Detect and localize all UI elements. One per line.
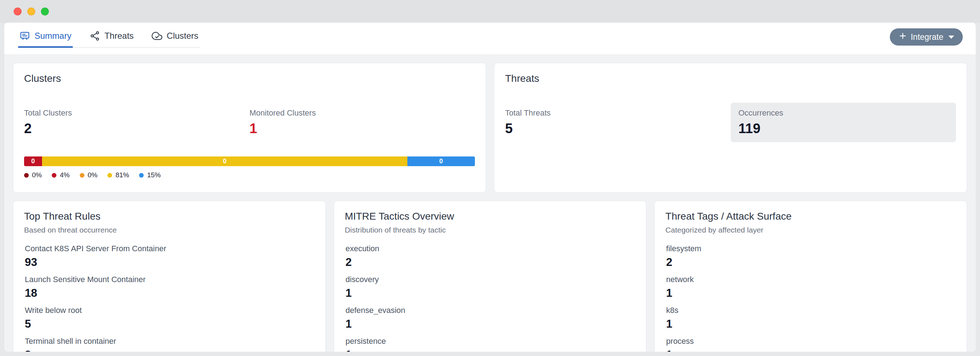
legend-label: 81% (115, 171, 129, 179)
list-item-value: 2 (345, 256, 635, 269)
summary-icon (19, 30, 30, 41)
card-title: Clusters (24, 73, 475, 85)
list-item-label: network (666, 275, 955, 284)
card-subtitle: Distribution of threats by tactic (345, 225, 635, 235)
cluster-severity-legend: 0%4%0%81%15% (24, 171, 475, 179)
card-title: Top Threat Rules (24, 210, 315, 223)
list-item-value: 1 (345, 348, 635, 352)
list-item-label: execution (345, 244, 635, 253)
tabs-group: Summary Threats (18, 28, 200, 48)
list-item-label: filesystem (666, 244, 955, 253)
legend-item: 0% (24, 171, 42, 179)
threats-card: Threats Total Threats 5 Occurrences 119 (494, 63, 967, 193)
dashboard-main: Clusters Total Clusters 2 Monitored Clus… (4, 54, 976, 352)
total-threats-stat: Total Threats 5 (505, 103, 731, 136)
plus-icon (899, 32, 907, 42)
stat-value: 5 (505, 120, 731, 136)
card-subtitle: Categorized by affected layer (665, 225, 956, 235)
cluster-severity-bar: 000 (24, 157, 475, 166)
legend-item: 4% (52, 171, 69, 179)
tab-threats[interactable]: Threats (88, 28, 135, 47)
window-titlebar (0, 0, 980, 23)
clusters-icon (151, 30, 162, 41)
list-item-value: 3 (25, 348, 314, 352)
mitre-tactics-card: MITRE Tactics Overview Distribution of t… (334, 201, 647, 352)
list-item-label: Contact K8S API Server From Container (25, 244, 314, 253)
chevron-down-icon (948, 36, 954, 39)
tab-label: Summary (35, 31, 72, 41)
minimize-button[interactable] (27, 8, 35, 16)
legend-dot (24, 173, 29, 178)
list-item: execution 2 (345, 241, 635, 272)
list-item-label: Terminal shell in container (25, 337, 314, 346)
list-item: Write below root 5 (24, 303, 315, 334)
threat-tags-card: Threat Tags / Attack Surface Categorized… (654, 201, 967, 352)
card-title: Threat Tags / Attack Surface (665, 210, 956, 223)
list-item-label: process (666, 337, 955, 346)
legend-label: 0% (32, 171, 42, 179)
list-item-label: discovery (345, 275, 635, 284)
legend-item: 81% (107, 171, 129, 179)
clusters-card: Clusters Total Clusters 2 Monitored Clus… (13, 63, 486, 193)
legend-dot (52, 173, 56, 178)
legend-dot (107, 173, 112, 178)
stat-label: Monitored Clusters (250, 108, 475, 118)
list-item-label: Write below root (25, 306, 314, 315)
app-window: Summary Threats (0, 0, 980, 352)
bar-segment: 0 (407, 157, 475, 166)
legend-label: 4% (60, 171, 69, 179)
card-subtitle: Based on threat occurrence (24, 225, 315, 235)
stat-value: 1 (250, 120, 475, 136)
list-item-value: 1 (666, 348, 955, 352)
list-item: Contact K8S API Server From Container 93 (24, 241, 315, 272)
monitored-clusters-stat: Monitored Clusters 1 (250, 103, 475, 136)
list-item-label: k8s (666, 306, 955, 315)
list-item: persistence 1 (345, 334, 635, 352)
close-button[interactable] (14, 8, 22, 16)
legend-label: 0% (88, 171, 97, 179)
tab-clusters[interactable]: Clusters (150, 28, 200, 47)
list-item: Terminal shell in container 3 (24, 334, 315, 352)
list-item: network 1 (665, 272, 956, 303)
integrate-button-label: Integrate (911, 32, 943, 42)
list-item: defense_evasion 1 (345, 303, 635, 334)
tab-label: Threats (105, 31, 134, 41)
list-item-value: 1 (345, 286, 635, 300)
occurrences-stat: Occurrences 119 (731, 103, 956, 142)
list-item-value: 5 (25, 317, 314, 331)
stat-label: Total Clusters (24, 108, 250, 118)
list-item-label: Launch Sensitive Mount Container (25, 275, 314, 284)
card-title: MITRE Tactics Overview (345, 210, 635, 223)
stat-value: 2 (24, 120, 250, 136)
list-item: process 1 (665, 334, 956, 352)
bar-segment: 0 (24, 157, 42, 166)
legend-item: 15% (139, 171, 161, 179)
window-content: Summary Threats (4, 23, 976, 352)
card-title: Threats (505, 73, 956, 85)
legend-dot (139, 173, 144, 178)
list-item: Launch Sensitive Mount Container 18 (24, 272, 315, 303)
tab-label: Clusters (167, 31, 198, 41)
integrate-button[interactable]: Integrate (890, 28, 963, 46)
list-item: k8s 1 (665, 303, 956, 334)
top-threat-rules-card: Top Threat Rules Based on threat occurre… (13, 201, 326, 352)
list-item-label: defense_evasion (345, 306, 635, 315)
legend-label: 15% (147, 171, 161, 179)
list-item-value: 1 (345, 317, 635, 331)
threats-icon (89, 30, 100, 41)
list-item-value: 2 (666, 256, 955, 269)
list-item-value: 93 (25, 256, 314, 269)
list-item-value: 18 (25, 286, 314, 300)
legend-item: 0% (80, 171, 97, 179)
total-clusters-stat: Total Clusters 2 (24, 103, 250, 136)
legend-dot (80, 173, 84, 178)
list-item-label: persistence (345, 337, 635, 346)
tab-summary[interactable]: Summary (18, 28, 73, 47)
list-item: discovery 1 (345, 272, 635, 303)
list-item: filesystem 2 (665, 241, 956, 272)
zoom-button[interactable] (41, 8, 49, 16)
stat-value: 119 (738, 120, 948, 136)
bar-segment: 0 (42, 157, 407, 166)
stat-label: Total Threats (505, 108, 731, 118)
tab-bar: Summary Threats (4, 23, 976, 54)
